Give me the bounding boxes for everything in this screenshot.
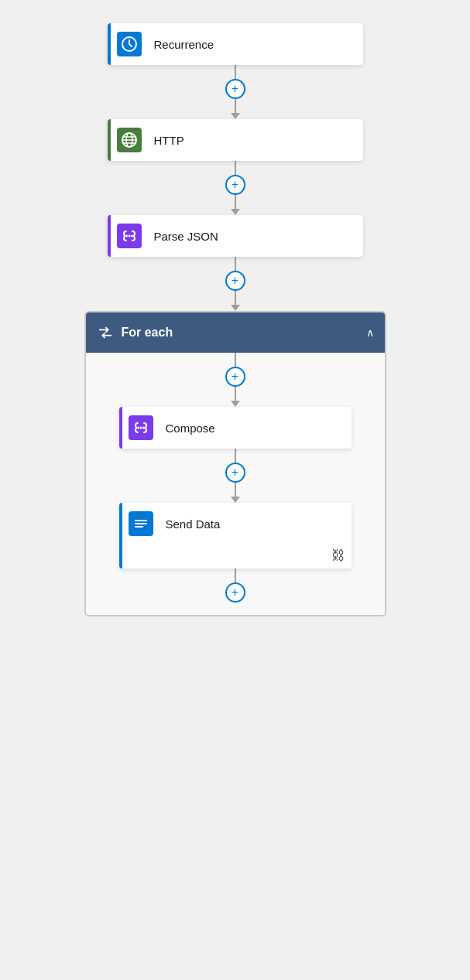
add-button-1[interactable]: + [225, 79, 245, 99]
send-data-label: Send Data [160, 517, 221, 531]
inner-add-button-2[interactable]: + [225, 463, 245, 483]
foreach-header[interactable]: For each ∧ [86, 312, 385, 353]
recurrence-step[interactable]: Recurrence [108, 23, 363, 65]
line-1a [235, 65, 236, 79]
recurrence-label: Recurrence [148, 38, 214, 51]
inner-connector-2: + [225, 449, 245, 503]
flow-canvas: Recurrence + HTTP + [0, 23, 470, 616]
inner-line-1b [235, 387, 236, 401]
foreach-container: For each ∧ + [84, 311, 386, 616]
svg-point-11 [142, 427, 145, 429]
line-2a [235, 161, 236, 175]
recurrence-icon-box [111, 23, 148, 65]
svg-point-6 [128, 235, 130, 237]
line-3a [235, 257, 236, 271]
line-1b [235, 99, 236, 113]
connector-1: + [225, 65, 245, 119]
inner-line-2a [235, 449, 236, 463]
connector-2: + [225, 161, 245, 215]
svg-point-8 [131, 235, 133, 237]
svg-point-9 [139, 427, 142, 429]
link-icon: ⛓ [331, 548, 345, 564]
compose-step[interactable]: Compose [119, 407, 352, 449]
send-data-main-row: Send Data [122, 503, 352, 545]
inner-add-button-3[interactable]: + [225, 582, 245, 603]
parse-json-icon-box [111, 215, 148, 257]
send-data-step[interactable]: Send Data ⛓ [119, 503, 352, 569]
http-label: HTTP [148, 134, 184, 147]
arrow-1 [231, 113, 240, 119]
inner-add-button-1[interactable]: + [225, 367, 245, 387]
svg-point-10 [137, 427, 139, 429]
compose-label: Compose [160, 422, 215, 435]
svg-point-7 [125, 235, 128, 237]
inner-connector-3: + [225, 569, 245, 603]
line-3b [235, 291, 236, 305]
send-data-link-row: ⛓ [122, 545, 352, 569]
inner-connector-1: + [225, 353, 245, 407]
inner-line-2b [235, 483, 236, 497]
add-button-3[interactable]: + [225, 271, 245, 291]
foreach-icon [97, 324, 114, 341]
inner-arrow-1 [231, 401, 240, 407]
http-icon-box [111, 119, 148, 161]
foreach-label: For each [122, 326, 366, 340]
http-step[interactable]: HTTP [108, 119, 363, 161]
parse-json-label: Parse JSON [148, 230, 218, 243]
inner-line-3a [235, 569, 236, 582]
arrow-3 [231, 305, 240, 311]
compose-icon-box [122, 407, 160, 449]
add-button-2[interactable]: + [225, 175, 245, 195]
foreach-chevron[interactable]: ∧ [366, 326, 374, 339]
connector-3: + [225, 257, 245, 311]
inner-arrow-2 [231, 497, 240, 503]
parse-json-step[interactable]: Parse JSON [108, 215, 363, 257]
inner-line-1a [235, 353, 236, 367]
arrow-2 [231, 209, 240, 215]
line-2b [235, 195, 236, 209]
send-data-icon-box [122, 503, 160, 545]
